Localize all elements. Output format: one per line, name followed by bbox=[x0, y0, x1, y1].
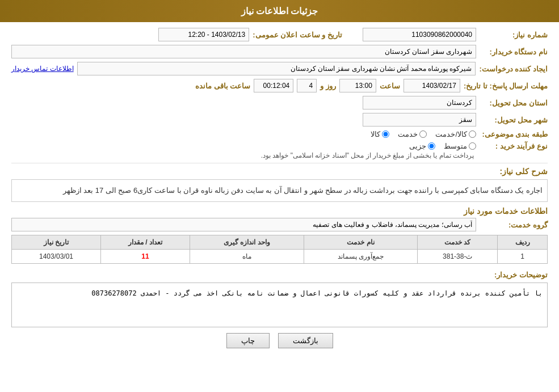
cell-nam: جمع‌آوری پسماند bbox=[304, 250, 417, 264]
label-sharh: شرح کلی نیاز: bbox=[480, 167, 548, 176]
row-nofaraind: نوع فرآیند خرید : متوسط جزیی bbox=[11, 142, 548, 150]
label-roz-static: روز و bbox=[320, 82, 336, 90]
label-gorohe: گروه خدمت: bbox=[480, 221, 548, 229]
radio-input-kala[interactable] bbox=[382, 130, 389, 138]
input-mohlet-roz[interactable] bbox=[297, 79, 317, 92]
divider1 bbox=[11, 163, 548, 163]
label-ostan: استان محل تحویل: bbox=[480, 99, 548, 107]
row-nam-dastgah: نام دستگاه خریدار: bbox=[11, 45, 548, 58]
print-button[interactable]: چاپ bbox=[226, 333, 270, 348]
row-ijad: ایجاد کننده درخواست: اطلاعات تماس خریدار bbox=[11, 62, 548, 75]
khadamat-table: ردیف کد خدمت نام خدمت واحد اندازه گیری ت… bbox=[11, 235, 548, 264]
cell-radif: 1 bbox=[498, 250, 548, 264]
radio-input-motavaset[interactable] bbox=[469, 142, 476, 150]
col-vahed: واحد اندازه گیری bbox=[190, 235, 304, 250]
radio-input-kala-khadamat[interactable] bbox=[469, 130, 476, 138]
radio-label-khadamat: خدمت bbox=[398, 130, 418, 138]
col-nam: نام خدمت bbox=[304, 235, 417, 250]
col-tarikh: تاریخ نیاز bbox=[12, 235, 101, 250]
sharh-text: اجاره یک دستگاه ساباى کمپرسی با راننده ج… bbox=[63, 186, 543, 195]
cell-tarikh: 1403/03/01 bbox=[12, 250, 101, 264]
radio-motavaset[interactable]: متوسط bbox=[444, 142, 476, 150]
input-ijad[interactable] bbox=[77, 62, 476, 75]
page-wrapper: جزئیات اطلاعات نیاز شماره نیاز: تاریخ و … bbox=[0, 0, 559, 392]
input-shahr[interactable] bbox=[363, 113, 476, 127]
label-nofaraind: نوع فرآیند خرید : bbox=[480, 142, 548, 150]
label-tabaqe: طبقه بندی موضوعی: bbox=[480, 130, 548, 138]
radio-label-kala: کالا bbox=[371, 130, 380, 138]
content-area: شماره نیاز: تاریخ و ساعت اعلان عمومی: نا… bbox=[0, 22, 559, 360]
row-shahr: شهر محل تحویل: bbox=[11, 113, 548, 127]
input-shomare[interactable] bbox=[363, 28, 476, 41]
label-ijad: ایجاد کننده درخواست: bbox=[479, 65, 548, 73]
radio-kala-khadamat[interactable]: کالا/خدمت bbox=[435, 130, 476, 138]
cell-vahed: ماه bbox=[190, 250, 304, 264]
sharh-box: اجاره یک دستگاه ساباى کمپرسی با راننده ج… bbox=[11, 179, 548, 202]
tabaqe-radio-group: کالا/خدمت خدمت کالا bbox=[371, 130, 476, 138]
radio-khadamat[interactable]: خدمت bbox=[398, 130, 427, 138]
row-nofaraind-desc: پرداخت تمام یا بخشی از مبلغ خریدار از مح… bbox=[11, 151, 474, 159]
radio-label-kala-khadamat: کالا/خدمت bbox=[435, 130, 467, 138]
input-ostan[interactable] bbox=[363, 96, 476, 109]
tozihat-textarea[interactable]: با تأمین کننده برنده قرارداد عقد و کلیه … bbox=[11, 283, 548, 327]
table-body: 1 ث-38-381 جمع‌آوری پسماند ماه 11 1403/0… bbox=[12, 250, 548, 264]
label-saet-static: ساعت bbox=[380, 82, 400, 90]
label-mande-static: ساعت باقی مانده bbox=[195, 82, 250, 90]
link-ertabat[interactable]: اطلاعات تماس خریدار bbox=[11, 65, 74, 73]
nofaraind-radio-group: متوسط جزیی bbox=[409, 142, 476, 150]
cell-tedad: 11 bbox=[100, 250, 190, 264]
radio-jozi[interactable]: جزیی bbox=[409, 142, 435, 150]
row-sharh-title: شرح کلی نیاز: bbox=[11, 167, 548, 176]
label-shomare: شماره نیاز: bbox=[480, 31, 548, 39]
label-shahr: شهر محل تحویل: bbox=[480, 116, 548, 124]
page-header: جزئیات اطلاعات نیاز bbox=[0, 0, 559, 22]
label-nam-dastgah: نام دستگاه خریدار: bbox=[480, 48, 548, 56]
row-mohlet: مهلت ارسال پاسخ: تا تاریخ: ساعت روز و سا… bbox=[11, 79, 548, 92]
label-tozihat: توضیحات خریدار: bbox=[480, 271, 548, 279]
nofaraind-desc-text: پرداخت تمام یا بخشی از مبلغ خریدار از مح… bbox=[261, 151, 474, 159]
row-gorohe: گروه خدمت: bbox=[11, 218, 548, 231]
row-ostan: استان محل تحویل: bbox=[11, 96, 548, 109]
back-button[interactable]: بازگشت bbox=[278, 333, 333, 348]
row-tozihat: توضیحات خریدار: با تأمین کننده برنده قرا… bbox=[11, 268, 548, 327]
col-kod: کد خدمت bbox=[418, 235, 498, 250]
input-mohlet-saet[interactable] bbox=[339, 79, 376, 92]
input-tarikh[interactable] bbox=[158, 28, 249, 41]
radio-label-motavaset: متوسط bbox=[444, 142, 467, 150]
input-nam-dastgah[interactable] bbox=[11, 45, 476, 58]
section-khadamat-title: اطلاعات خدمات مورد نیاز bbox=[11, 206, 548, 216]
buttons-row: بازگشت چاپ bbox=[11, 333, 548, 354]
cell-kod: ث-38-381 bbox=[418, 250, 498, 264]
label-mohlet: مهلت ارسال پاسخ: تا تاریخ: bbox=[464, 82, 548, 90]
radio-input-khadamat[interactable] bbox=[419, 130, 427, 138]
table-row: 1 ث-38-381 جمع‌آوری پسماند ماه 11 1403/0… bbox=[12, 250, 548, 264]
label-tarikh: تاریخ و ساعت اعلان عمومی: bbox=[253, 31, 342, 39]
table-head: ردیف کد خدمت نام خدمت واحد اندازه گیری ت… bbox=[12, 235, 548, 250]
row-shomare: شماره نیاز: تاریخ و ساعت اعلان عمومی: bbox=[11, 28, 548, 41]
input-mohlet-tarikh[interactable] bbox=[404, 79, 460, 92]
row-tabaqe: طبقه بندی موضوعی: کالا/خدمت خدمت کالا bbox=[11, 130, 548, 138]
radio-kala[interactable]: کالا bbox=[371, 130, 389, 138]
page-title: جزئیات اطلاعات نیاز bbox=[241, 6, 318, 16]
radio-input-jozi[interactable] bbox=[428, 142, 435, 150]
col-radif: ردیف bbox=[498, 235, 548, 250]
table-header-row: ردیف کد خدمت نام خدمت واحد اندازه گیری ت… bbox=[12, 235, 548, 250]
col-tedad: تعداد / مقدار bbox=[100, 235, 190, 250]
radio-label-jozi: جزیی bbox=[409, 142, 426, 150]
input-gorohe[interactable] bbox=[11, 218, 476, 231]
input-mohlet-mande[interactable] bbox=[254, 79, 293, 92]
